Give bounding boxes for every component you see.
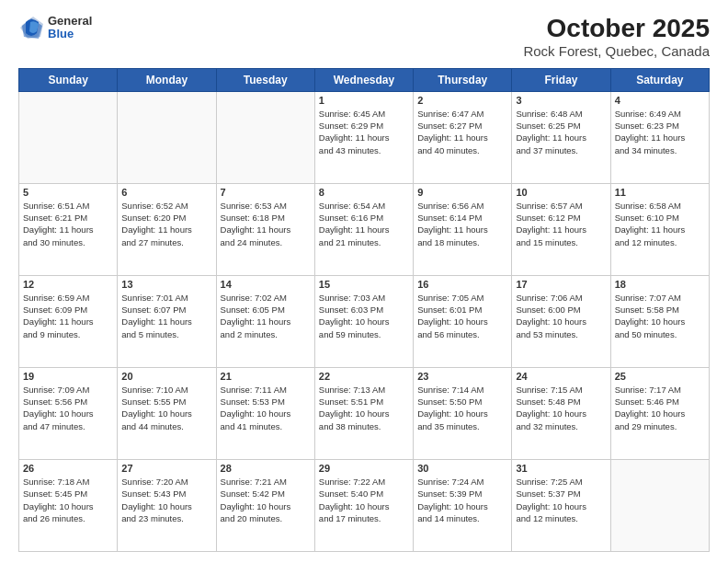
calendar-week-row: 19Sunrise: 7:09 AMSunset: 5:56 PMDayligh… — [19, 367, 710, 459]
daylight-text: and 30 minutes. — [23, 236, 113, 248]
daylight-text: Daylight: 11 hours — [319, 132, 409, 144]
day-number: 12 — [23, 279, 113, 290]
day-number: 2 — [417, 95, 507, 106]
table-row: 13Sunrise: 7:01 AMSunset: 6:07 PMDayligh… — [118, 275, 216, 367]
day-number: 10 — [516, 187, 606, 198]
day-content: Sunrise: 7:20 AMSunset: 5:43 PMDaylight:… — [121, 476, 211, 524]
table-row: 4Sunrise: 6:49 AMSunset: 6:23 PMDaylight… — [610, 91, 709, 183]
calendar-header-row: Sunday Monday Tuesday Wednesday Thursday… — [19, 68, 710, 91]
day-content: Sunrise: 6:49 AMSunset: 6:23 PMDaylight:… — [615, 108, 705, 156]
sunrise-text: Sunrise: 6:52 AM — [121, 200, 211, 212]
daylight-text: Daylight: 10 hours — [417, 316, 507, 327]
daylight-text: Daylight: 10 hours — [516, 500, 606, 512]
day-content: Sunrise: 7:15 AMSunset: 5:48 PMDaylight:… — [516, 384, 606, 432]
table-row: 11Sunrise: 6:58 AMSunset: 6:10 PMDayligh… — [610, 183, 709, 275]
daylight-text: and 15 minutes. — [516, 236, 606, 248]
table-row: 9Sunrise: 6:56 AMSunset: 6:14 PMDaylight… — [414, 183, 512, 275]
sunset-text: Sunset: 5:39 PM — [417, 488, 507, 500]
sunset-text: Sunset: 5:50 PM — [417, 396, 507, 408]
daylight-text: and 17 minutes. — [319, 512, 409, 524]
daylight-text: and 18 minutes. — [417, 236, 507, 248]
daylight-text: Daylight: 10 hours — [23, 500, 113, 512]
day-number: 20 — [121, 371, 211, 382]
sunrise-text: Sunrise: 7:17 AM — [615, 384, 705, 396]
day-number: 26 — [23, 463, 113, 474]
day-content: Sunrise: 7:03 AMSunset: 6:03 PMDaylight:… — [319, 292, 409, 340]
table-row: 15Sunrise: 7:03 AMSunset: 6:03 PMDayligh… — [314, 275, 413, 367]
sunrise-text: Sunrise: 7:18 AM — [23, 476, 113, 488]
sunrise-text: Sunrise: 6:53 AM — [221, 200, 311, 212]
sunrise-text: Sunrise: 7:25 AM — [516, 476, 606, 488]
daylight-text: and 2 minutes. — [221, 328, 311, 340]
sunrise-text: Sunrise: 7:07 AM — [615, 292, 705, 304]
sunrise-text: Sunrise: 7:01 AM — [121, 292, 211, 304]
sunset-text: Sunset: 6:00 PM — [516, 304, 606, 316]
day-number: 3 — [516, 95, 606, 106]
day-content: Sunrise: 6:48 AMSunset: 6:25 PMDaylight:… — [516, 108, 606, 156]
page: General Blue October 2025 Rock Forest, Q… — [0, 0, 728, 563]
table-row: 20Sunrise: 7:10 AMSunset: 5:55 PMDayligh… — [118, 367, 216, 459]
daylight-text: Daylight: 10 hours — [516, 408, 606, 419]
day-content: Sunrise: 7:11 AMSunset: 5:53 PMDaylight:… — [221, 384, 311, 432]
day-content: Sunrise: 7:13 AMSunset: 5:51 PMDaylight:… — [319, 384, 409, 432]
col-wednesday: Wednesday — [314, 68, 413, 91]
sunrise-text: Sunrise: 7:02 AM — [221, 292, 311, 304]
daylight-text: and 27 minutes. — [121, 236, 211, 248]
day-number: 22 — [319, 371, 409, 382]
logo: General Blue — [18, 15, 92, 41]
day-number: 28 — [221, 463, 311, 474]
day-content: Sunrise: 7:01 AMSunset: 6:07 PMDaylight:… — [121, 292, 211, 340]
table-row: 17Sunrise: 7:06 AMSunset: 6:00 PMDayligh… — [512, 275, 610, 367]
sunrise-text: Sunrise: 7:15 AM — [516, 384, 606, 396]
daylight-text: Daylight: 11 hours — [221, 316, 311, 327]
col-sunday: Sunday — [19, 68, 118, 91]
daylight-text: and 5 minutes. — [121, 328, 211, 340]
daylight-text: Daylight: 10 hours — [121, 500, 211, 512]
sunset-text: Sunset: 6:05 PM — [221, 304, 311, 316]
day-content: Sunrise: 6:57 AMSunset: 6:12 PMDaylight:… — [516, 200, 606, 248]
calendar-week-row: 1Sunrise: 6:45 AMSunset: 6:29 PMDaylight… — [19, 91, 710, 183]
daylight-text: and 34 minutes. — [615, 144, 705, 156]
table-row: 31Sunrise: 7:25 AMSunset: 5:37 PMDayligh… — [512, 459, 610, 551]
daylight-text: and 56 minutes. — [417, 328, 507, 340]
daylight-text: Daylight: 10 hours — [23, 408, 113, 419]
day-content: Sunrise: 7:24 AMSunset: 5:39 PMDaylight:… — [417, 476, 507, 524]
day-content: Sunrise: 6:54 AMSunset: 6:16 PMDaylight:… — [319, 200, 409, 248]
col-monday: Monday — [118, 68, 216, 91]
daylight-text: and 20 minutes. — [221, 512, 311, 524]
daylight-text: and 9 minutes. — [23, 328, 113, 340]
table-row: 25Sunrise: 7:17 AMSunset: 5:46 PMDayligh… — [610, 367, 709, 459]
daylight-text: Daylight: 11 hours — [319, 224, 409, 236]
sunrise-text: Sunrise: 7:09 AM — [23, 384, 113, 396]
daylight-text: and 53 minutes. — [516, 328, 606, 340]
sunset-text: Sunset: 5:40 PM — [319, 488, 409, 500]
sunset-text: Sunset: 6:03 PM — [319, 304, 409, 316]
daylight-text: and 44 minutes. — [121, 420, 211, 432]
day-content: Sunrise: 6:59 AMSunset: 6:09 PMDaylight:… — [23, 292, 113, 340]
sunrise-text: Sunrise: 6:54 AM — [319, 200, 409, 212]
day-number: 19 — [23, 371, 113, 382]
table-row: 8Sunrise: 6:54 AMSunset: 6:16 PMDaylight… — [314, 183, 413, 275]
daylight-text: Daylight: 11 hours — [23, 224, 113, 236]
daylight-text: and 41 minutes. — [221, 420, 311, 432]
sunrise-text: Sunrise: 6:49 AM — [615, 108, 705, 120]
sunrise-text: Sunrise: 7:22 AM — [319, 476, 409, 488]
day-content: Sunrise: 6:56 AMSunset: 6:14 PMDaylight:… — [417, 200, 507, 248]
table-row: 27Sunrise: 7:20 AMSunset: 5:43 PMDayligh… — [118, 459, 216, 551]
day-number: 31 — [516, 463, 606, 474]
day-content: Sunrise: 6:52 AMSunset: 6:20 PMDaylight:… — [121, 200, 211, 248]
daylight-text: Daylight: 11 hours — [516, 132, 606, 144]
daylight-text: Daylight: 10 hours — [319, 316, 409, 327]
daylight-text: Daylight: 10 hours — [615, 408, 705, 419]
day-number: 6 — [121, 187, 211, 198]
sunrise-text: Sunrise: 7:06 AM — [516, 292, 606, 304]
daylight-text: Daylight: 10 hours — [615, 316, 705, 327]
daylight-text: Daylight: 11 hours — [516, 224, 606, 236]
day-number: 9 — [417, 187, 507, 198]
daylight-text: Daylight: 10 hours — [319, 500, 409, 512]
daylight-text: and 23 minutes. — [121, 512, 211, 524]
sunset-text: Sunset: 5:56 PM — [23, 396, 113, 408]
sunset-text: Sunset: 5:51 PM — [319, 396, 409, 408]
sunrise-text: Sunrise: 6:47 AM — [417, 108, 507, 120]
day-content: Sunrise: 7:10 AMSunset: 5:55 PMDaylight:… — [121, 384, 211, 432]
